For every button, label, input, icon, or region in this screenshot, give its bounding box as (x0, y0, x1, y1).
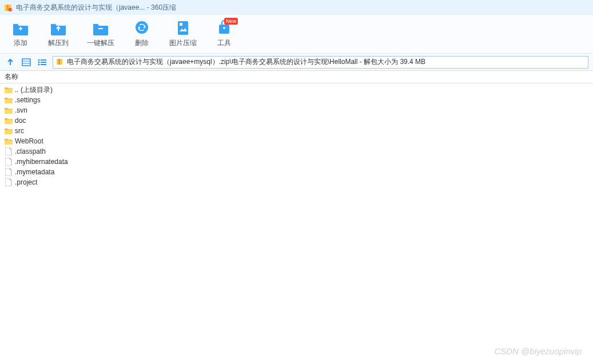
toolbar-delete[interactable]: 删除 (133, 20, 151, 48)
svg-rect-1 (7, 5, 9, 11)
file-list: .. (上级目录).settings.svndocsrcWebRoot.clas… (0, 83, 593, 189)
file-name: .svn (15, 106, 27, 114)
svg-rect-5 (98, 28, 103, 29)
file-name: .myhibernatedata (15, 158, 68, 166)
extract-to-icon (49, 20, 67, 36)
svg-rect-7 (180, 23, 182, 26)
file-row[interactable]: .classpath (0, 146, 593, 157)
file-name: .. (上级目录) (15, 85, 53, 95)
watermark: CSDN @biyezuopinvip (494, 346, 582, 356)
titlebar: 电子商务交易系统的设计与实现（javaee... - 360压缩 (0, 0, 593, 15)
file-name: .classpath (15, 147, 46, 155)
window-title: 电子商务交易系统的设计与实现（javaee... - 360压缩 (16, 3, 176, 13)
svg-rect-17 (41, 64, 46, 65)
svg-point-12 (38, 59, 40, 61)
toolbar-add[interactable]: 添加 (11, 20, 30, 48)
file-row[interactable]: .myhibernatedata (0, 157, 593, 167)
toolbar: 添加 解压到 一键解压 删除 图片压缩 New 工具 (0, 15, 593, 54)
column-header[interactable]: 名称 (0, 71, 593, 83)
toolbar-tools-label: 工具 (217, 38, 231, 48)
file-icon (5, 147, 13, 155)
file-name: .mymetadata (15, 168, 54, 176)
toolbar-extract-to[interactable]: 解压到 (48, 20, 69, 48)
svg-rect-19 (58, 59, 60, 65)
folder-icon (5, 86, 13, 94)
image-compress-icon (174, 20, 192, 36)
file-icon (5, 178, 13, 186)
add-icon (11, 20, 30, 36)
folder-icon (5, 127, 13, 135)
view-list-button[interactable] (37, 57, 48, 68)
archive-icon (55, 58, 65, 67)
svg-point-14 (38, 61, 40, 63)
file-name: doc (15, 117, 26, 125)
svg-rect-15 (41, 62, 46, 63)
svg-rect-13 (41, 59, 46, 61)
toolbar-one-click-label: 一键解压 (87, 38, 114, 48)
folder-icon (5, 96, 13, 104)
folder-row[interactable]: WebRoot (0, 136, 593, 146)
file-row[interactable]: .mymetadata (0, 167, 593, 177)
file-row[interactable]: .project (0, 177, 593, 187)
folder-row[interactable]: .svn (0, 105, 593, 115)
svg-point-16 (38, 63, 40, 65)
folder-row[interactable]: doc (0, 115, 593, 126)
file-icon (5, 158, 13, 166)
folder-row[interactable]: src (0, 126, 593, 136)
nav-up-button[interactable] (5, 57, 16, 68)
folder-icon (5, 117, 13, 125)
svg-point-2 (9, 8, 12, 11)
path-input[interactable]: 电子商务交易系统的设计与实现（javaee+mysql）.zip\电子商务交易系… (53, 56, 588, 69)
svg-rect-9 (22, 59, 30, 66)
file-name: WebRoot (15, 137, 43, 145)
view-details-button[interactable] (21, 57, 32, 68)
svg-rect-6 (178, 21, 188, 35)
file-name: .settings (15, 96, 41, 104)
new-badge: New (224, 18, 238, 25)
navbar: 电子商务交易系统的设计与实现（javaee+mysql）.zip\电子商务交易系… (0, 54, 593, 71)
path-text: 电子商务交易系统的设计与实现（javaee+mysql）.zip\电子商务交易系… (67, 57, 425, 67)
svg-rect-4 (20, 27, 21, 30)
toolbar-image-compress[interactable]: 图片压缩 (169, 20, 197, 48)
folder-icon (5, 137, 13, 145)
toolbar-tools[interactable]: New 工具 (215, 20, 233, 48)
app-icon (3, 3, 13, 12)
folder-row[interactable]: .settings (0, 95, 593, 105)
one-click-extract-icon (91, 20, 110, 36)
folder-row[interactable]: .. (上级目录) (0, 85, 593, 95)
file-name: src (15, 127, 24, 135)
file-name: .project (15, 178, 37, 186)
toolbar-extract-to-label: 解压到 (48, 38, 69, 48)
toolbar-one-click-extract[interactable]: 一键解压 (87, 20, 114, 48)
toolbar-image-compress-label: 图片压缩 (169, 38, 197, 48)
folder-icon (5, 106, 13, 114)
file-icon (5, 168, 13, 176)
toolbar-add-label: 添加 (14, 38, 27, 48)
toolbar-delete-label: 删除 (135, 38, 149, 48)
delete-icon (133, 20, 151, 36)
column-name: 名称 (5, 72, 18, 82)
